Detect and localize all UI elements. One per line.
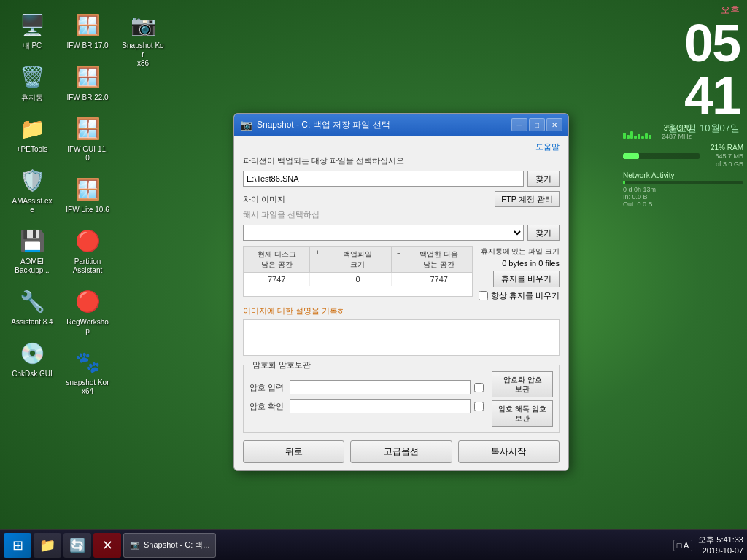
clock-widget: 오후 05 41 월요일 10월07일 [668,4,740,135]
file-path-input[interactable] [243,171,524,187]
dialog-title: Snapshot - C: 백업 저장 파일 선택 [257,119,390,131]
desktop-icon-amassist[interactable]: 🛡️ AMAssist.exe [7,163,57,217]
cpu-bar-6 [641,136,644,139]
chkdsk-icon: 💿 [18,338,47,368]
confirm-row: 암호 확인 [249,399,486,413]
desktop-icon-partition-assistant[interactable]: 🔴 PartitionAssistant [63,223,112,278]
chkdsk-label: ChkDsk GUI [12,370,53,378]
disk-info-section: 현재 디스크남은 공간 + 백업파일크기 = 백업한 다음남는 공간 7747 … [243,246,560,301]
desktop-icon-ifw-br22[interactable]: 🪟 IFW BR 22.0 [63,59,112,105]
regworkshop-icon: 🔴 [73,287,102,316]
system-monitor: 3% CPU 2487 MHz 21% RAM 645.7 MB of 3.0 … [623,124,743,208]
recycle-bin-icon: 🗑️ [18,62,47,91]
find-button[interactable]: 찾기 [527,171,560,187]
aomei-icon: 💾 [18,226,47,255]
taskbar-app-label: Snapshot - C: 백... [144,540,209,551]
desktop-icon-my-pc[interactable]: 🖥️ 내 PC [7,7,57,53]
trash-size-value: 0 bytes in 0 files [502,259,560,268]
cell-plus [310,273,325,286]
taskbar-snapshot-app[interactable]: 📷 Snapshot - C: 백... [123,533,216,558]
cpu-row: 3% CPU 2487 MHz [623,124,743,140]
taskbar-lang[interactable]: □ A [673,540,692,551]
petools-icon: 📁 [18,114,47,143]
notes-label: 이미지에 대한 설명을 기록하 [243,306,560,316]
desktop-icon-ifw-br17[interactable]: 🪟 IFW BR 17.0 [63,7,112,53]
back-button[interactable]: 뒤로 [243,440,344,463]
disk-info-table: 현재 디스크남은 공간 + 백업파일크기 = 백업한 다음남는 공간 7747 … [243,246,473,297]
ifw-lite10-label: IFW Lite 10.6 [66,206,109,214]
network-bar [623,181,743,184]
encryption-inputs: 암호 입력 암호 확인 [249,380,486,418]
ram-label: 21% RAM 645.7 MB of 3.0 GB [703,144,743,168]
file-path-row: 찾기 [243,171,560,187]
icon-column-2: 🪟 IFW BR 17.0 🪟 IFW BR 22.0 🪟 IFW GUI 11… [63,7,112,399]
desktop-icon-ifw-lite10[interactable]: 🪟 IFW Lite 10.6 [63,171,112,217]
taskbar-refresh-button[interactable]: 🔄 [63,533,91,558]
help-link[interactable]: 도움말 [243,141,560,152]
desktop-icon-recycle-bin[interactable]: 🗑️ 휴지통 [7,59,57,105]
desktop-icon-regworkshop[interactable]: 🔴 RegWorkshop [63,284,112,338]
desktop-icon-chkdsk[interactable]: 💿 ChkDsk GUI [7,335,57,381]
start-button[interactable]: ⊞ [4,533,31,558]
snapshot-x86-label: Snapshot Korx86 [121,42,165,68]
confirm-checkbox[interactable] [474,402,484,411]
icon-column-3: 📷 Snapshot Korx86 [118,7,168,71]
trash-size-label: 휴지통에 있는 파일 크기 [481,246,560,257]
password-row: 암호 입력 [249,380,486,394]
advanced-button[interactable]: 고급옵션 [350,440,452,463]
aomei-label: AOMEIBackupp... [15,257,49,275]
my-pc-icon: 🖥️ [18,10,47,39]
table-data-row: 7747 0 7747 [244,273,472,286]
empty-recycle-button[interactable]: 휴지를 비우기 [493,271,560,287]
dialog-title-left: 📷 Snapshot - C: 백업 저장 파일 선택 [240,119,390,131]
close-button[interactable]: ✕ [546,118,562,131]
recycle-section: 휴지통에 있는 파일 크기 0 bytes in 0 files 휴지를 비우기… [479,246,560,301]
dialog-body: 도움말 파티션이 백업되는 대상 파일을 선택하십시오 찾기 차이 이미지 FT… [234,136,568,470]
ram-total: of 3.0 GB [716,160,743,168]
start-copy-button[interactable]: 복사시작 [458,440,560,463]
taskbar-clock: 오후 5:41:33 2019-10-07 [698,534,743,556]
decrypt-store-button[interactable]: 암호 해독 암호보관 [492,400,553,427]
taskbar-explorer-button[interactable]: 📁 [34,533,61,558]
desktop-icon-assistant84[interactable]: 🔧 Assistant 8.4 [7,284,57,330]
equals-header: = [392,247,406,272]
network-out: Out: 0.0 B [623,201,743,208]
taskbar-close-button[interactable]: ✕ [93,533,121,558]
always-empty-label: 항상 휴지를 비우기 [491,290,560,301]
cpu-bar-4 [634,136,637,139]
table-header: 현재 디스크남은 공간 + 백업파일크기 = 백업한 다음남는 공간 [244,247,472,273]
always-empty-checkbox[interactable] [479,291,488,300]
cpu-bars [623,124,651,139]
ftp-manage-button[interactable]: FTP 계정 관리 [495,191,560,207]
taskbar-app-icon: 📷 [130,540,140,550]
snapshot-x86-icon: 📷 [128,10,158,39]
diff-image-label: 차이 이미지 [243,194,285,205]
second-path-select[interactable] [243,225,524,241]
partition-assistant-label: PartitionAssistant [73,257,103,275]
desktop-icon-ifw-gui11[interactable]: 🪟 IFW GUI 11.0 [63,111,112,166]
password-input[interactable] [290,380,471,394]
my-pc-label: 내 PC [23,42,42,50]
password-checkbox[interactable] [474,383,484,392]
encryption-buttons: 암호화 암호보관 암호 해독 암호보관 [492,371,553,427]
desktop-icon-aomei[interactable]: 💾 AOMEIBackupp... [7,223,57,278]
icon-column-1: 🖥️ 내 PC 🗑️ 휴지통 📁 +PETools 🛡️ AMAssist.ex… [7,7,57,381]
restore-button[interactable]: □ [529,118,545,131]
taskbar-clock-time: 오후 5:41:33 [698,534,743,545]
hash-label: 해시 파일을 선택하십 [243,209,560,220]
ifw-gui11-label: IFW GUI 11.0 [66,145,109,163]
notes-textarea[interactable] [243,319,560,356]
desktop-icon-area: 🖥️ 내 PC 🗑️ 휴지통 📁 +PETools 🛡️ AMAssist.ex… [0,0,181,406]
network-label: Network Activity [623,171,743,179]
desktop-icon-snapshot-x86[interactable]: 📷 Snapshot Korx86 [118,7,168,71]
confirm-input[interactable] [290,399,471,413]
minimize-button[interactable]: ─ [511,118,527,131]
snapshot-x64-icon: 🐾 [73,347,102,376]
plus-header: + [310,247,325,272]
desktop-icon-petools[interactable]: 📁 +PETools [7,111,57,157]
encrypt-store-button[interactable]: 암호화 암호보관 [492,371,553,397]
desktop-icon-snapshot-x64[interactable]: 🐾 snapshot Korx64 [63,344,112,399]
col-current-space: 현재 디스크남은 공간 [244,247,310,272]
recycle-bin-label: 휴지통 [21,93,43,102]
find-button-2[interactable]: 찾기 [527,225,560,241]
